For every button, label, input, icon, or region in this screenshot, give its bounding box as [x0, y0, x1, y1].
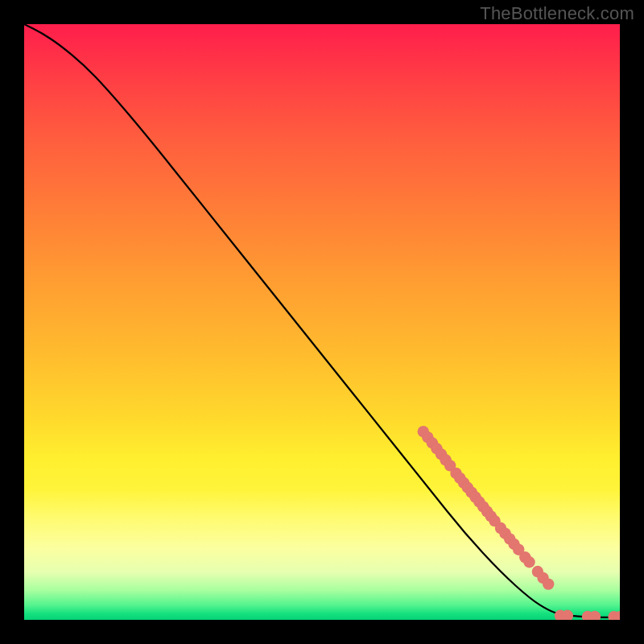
data-points-group	[418, 426, 620, 620]
plot-gradient-area	[24, 24, 620, 620]
data-point	[523, 556, 535, 568]
data-point	[562, 610, 573, 620]
chart-overlay-svg	[24, 24, 620, 620]
bottleneck-curve	[24, 24, 620, 617]
data-point	[543, 578, 554, 589]
chart-frame: TheBottleneck.com	[0, 0, 644, 644]
watermark-text: TheBottleneck.com	[480, 3, 634, 24]
